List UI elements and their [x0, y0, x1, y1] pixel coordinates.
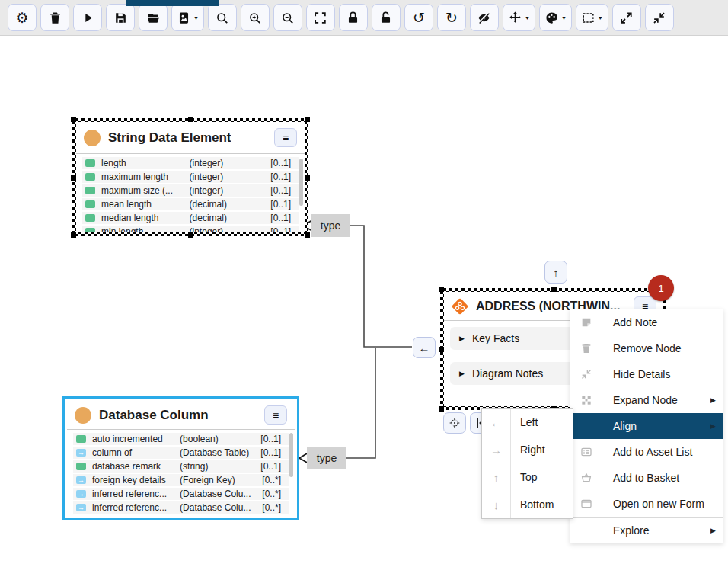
blank-icon	[570, 413, 602, 439]
submenu-item-left[interactable]: ← Left	[482, 409, 573, 436]
menu-item-align[interactable]: Align ▶	[570, 413, 723, 439]
resize-handle[interactable]	[188, 117, 193, 122]
locate-button[interactable]	[443, 412, 466, 434]
zoom-out-button[interactable]	[273, 4, 302, 31]
resize-handle[interactable]	[71, 175, 76, 181]
attribute-row[interactable]: database remark(string)[0..1]	[73, 460, 289, 473]
resize-handle[interactable]	[305, 175, 310, 181]
edge-label-type[interactable]: type	[307, 447, 346, 469]
incoming-relations-button[interactable]: ←	[413, 337, 436, 358]
scrollbar-thumb[interactable]	[299, 159, 303, 206]
settings-button[interactable]: ⚙	[8, 4, 37, 31]
resize-handle[interactable]	[439, 406, 444, 412]
chevron-right-icon: ▶	[459, 335, 465, 342]
caret-down-icon: ▼	[561, 15, 567, 21]
submenu-item-bottom[interactable]: ↓ Bottom	[482, 491, 573, 518]
arrow-right-icon: →	[482, 436, 511, 463]
diagram-app: ⚙ ▼ ↺ ↻ ▼ ▼ ▼ Str	[0, 0, 728, 580]
menu-item-hide-details[interactable]: Hide Details	[570, 361, 723, 387]
zoom-in-button[interactable]	[241, 4, 270, 31]
window-icon	[570, 491, 602, 517]
basket-icon	[570, 465, 602, 491]
arrow-up-icon: ↑	[482, 463, 511, 491]
redo-icon: ↻	[445, 11, 458, 25]
resize-handle[interactable]	[71, 232, 76, 238]
attribute-row[interactable]: median length(decimal)[0..1]	[82, 212, 299, 224]
unlock-icon	[378, 11, 393, 25]
node-header[interactable]: String Data Element ≡	[76, 122, 305, 154]
align-submenu: ← Left → Right ↑ Top ↓ Bottom	[481, 408, 573, 519]
unlock-button[interactable]	[372, 4, 401, 31]
attribute-row[interactable]: min length(integer)[0..1]	[82, 226, 299, 232]
resize-handle[interactable]	[188, 232, 193, 238]
hamburger-icon: ≡	[283, 132, 289, 144]
collapse-arrows-icon	[652, 11, 666, 25]
attribute-row[interactable]: auto incremented(boolean)[0..1]	[73, 433, 289, 445]
arrow-up-icon: ↑	[553, 266, 559, 279]
resize-handle[interactable]	[305, 117, 310, 122]
hide-button[interactable]	[470, 4, 499, 31]
note-icon	[570, 309, 602, 335]
menu-item-add-to-asset-list[interactable]: Add to Asset List	[570, 439, 723, 465]
style-button[interactable]: ▼	[539, 4, 572, 31]
caret-down-icon: ▼	[598, 15, 603, 21]
save-button[interactable]	[106, 4, 135, 31]
attribute-row[interactable]: mean length(decimal)[0..1]	[82, 198, 299, 210]
attribute-icon	[85, 200, 95, 208]
attribute-icon	[85, 228, 95, 232]
attribute-row[interactable]: maximum size (...(integer)[0..1]	[82, 184, 299, 197]
expand-button[interactable]	[612, 4, 641, 31]
attribute-row[interactable]: →column of(Database Table)[0..1]	[73, 447, 289, 459]
hamburger-icon: ≡	[273, 409, 279, 421]
node-string-data-element[interactable]: String Data Element ≡ length(integer)[0.…	[72, 118, 308, 236]
scrollbar-thumb[interactable]	[289, 433, 293, 477]
undo-button[interactable]: ↺	[404, 4, 433, 31]
collapse-arrows-icon	[570, 361, 602, 387]
menu-item-expand-node[interactable]: Expand Node ▶	[570, 387, 723, 413]
notification-badge[interactable]: 1	[648, 275, 674, 301]
run-button[interactable]	[73, 4, 102, 31]
menu-item-remove-node[interactable]: Remove Node	[570, 335, 723, 361]
expand-node-icon	[570, 387, 602, 413]
resize-handle[interactable]	[551, 287, 557, 292]
attribute-icon	[85, 214, 95, 222]
marquee-select-icon	[581, 11, 595, 25]
resize-handle[interactable]	[71, 117, 76, 122]
attribute-row[interactable]: →foreign key details(Foreign Key)[0..*]	[73, 474, 289, 486]
resize-handle[interactable]	[439, 287, 444, 292]
menu-item-add-note[interactable]: Add Note	[570, 309, 723, 335]
collapse-button[interactable]	[645, 4, 674, 31]
menu-item-open-on-new-form[interactable]: Open on new Form	[570, 491, 723, 517]
redo-button[interactable]: ↻	[437, 4, 466, 31]
resize-handle[interactable]	[439, 347, 444, 352]
nav-up-button[interactable]: ↑	[544, 261, 567, 284]
node-menu-button[interactable]: ≡	[274, 128, 297, 147]
attribute-row[interactable]: →inferred referenc...(Database Colu...[0…	[73, 488, 289, 500]
search-button[interactable]	[208, 4, 237, 31]
open-button[interactable]	[139, 4, 168, 31]
export-image-button[interactable]: ▼	[171, 4, 204, 31]
attribute-row[interactable]: length(integer)[0..1]	[82, 157, 299, 169]
caret-down-icon: ▼	[193, 15, 199, 21]
folder-open-icon	[146, 11, 161, 25]
select-button[interactable]: ▼	[576, 4, 608, 31]
chevron-right-icon: ▶	[459, 370, 465, 377]
move-button[interactable]: ▼	[503, 4, 535, 31]
delete-button[interactable]	[40, 4, 69, 31]
node-database-column[interactable]: Database Column ≡ auto incremented(boole…	[62, 396, 299, 520]
attribute-icon	[76, 435, 86, 443]
fit-screen-button[interactable]	[306, 4, 335, 31]
submenu-item-right[interactable]: → Right	[482, 436, 573, 463]
menu-item-add-to-basket[interactable]: Add to Basket	[570, 465, 723, 491]
attribute-row[interactable]: maximum length(integer)[0..1]	[82, 171, 299, 183]
attribute-row[interactable]: →inferred referenc...(Database Colu...[0…	[73, 501, 289, 514]
node-menu-button[interactable]: ≡	[264, 405, 287, 425]
edge-label-type[interactable]: type	[311, 214, 350, 237]
menu-item-explore[interactable]: Explore ▶	[570, 517, 723, 543]
node-header[interactable]: Database Column ≡	[67, 401, 295, 430]
blank-icon	[570, 518, 602, 543]
lock-button[interactable]	[339, 4, 368, 31]
resize-handle[interactable]	[305, 232, 310, 238]
data-element-icon	[84, 130, 101, 146]
submenu-item-top[interactable]: ↑ Top	[482, 463, 573, 491]
